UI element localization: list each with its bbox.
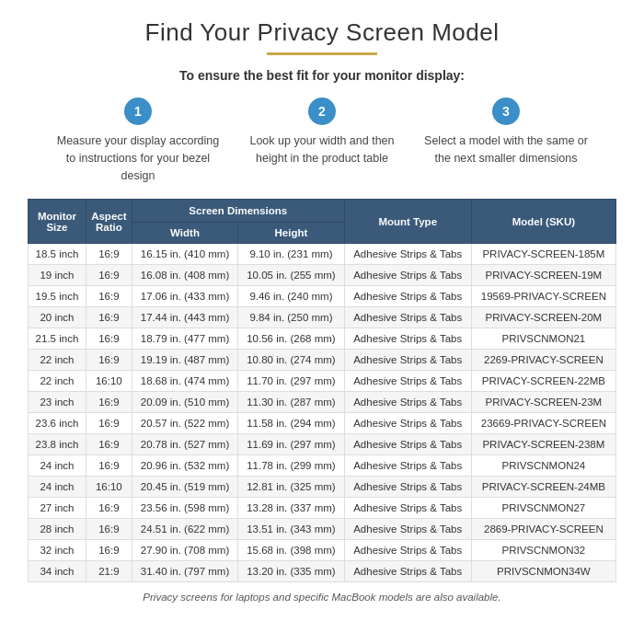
cell-mount: Adhesive Strips & Tabs — [344, 265, 471, 286]
cell-mount: Adhesive Strips & Tabs — [344, 455, 471, 477]
col-height: Height — [238, 223, 344, 244]
footer-note: Privacy screens for laptops and specific… — [28, 592, 616, 603]
table-row: 20 inch 16:9 17.44 in. (443 mm) 9.84 in.… — [29, 307, 616, 328]
cell-aspect: 16:9 — [86, 498, 132, 519]
cell-sku: PRIVACY-SCREEN-24MB — [471, 477, 615, 498]
cell-width: 27.90 in. (708 mm) — [132, 540, 237, 561]
cell-size: 27 inch — [29, 498, 86, 519]
table-row: 24 inch 16:10 20.45 in. (519 mm) 12.81 i… — [29, 477, 616, 498]
cell-height: 10.80 in. (274 mm) — [238, 350, 344, 371]
table-row: 18.5 inch 16:9 16.15 in. (410 mm) 9.10 i… — [29, 244, 616, 265]
cell-size: 19 inch — [29, 265, 86, 286]
cell-sku: PRIVACY-SCREEN-238M — [471, 434, 615, 455]
table-row: 22 inch 16:9 19.19 in. (487 mm) 10.80 in… — [29, 350, 616, 371]
col-width: Width — [132, 223, 237, 244]
cell-width: 16.08 in. (408 mm) — [132, 265, 237, 286]
cell-height: 15.68 in. (398 mm) — [238, 540, 344, 561]
cell-aspect: 16:9 — [86, 434, 132, 455]
cell-size: 19.5 inch — [29, 286, 86, 307]
cell-width: 20.09 in. (510 mm) — [132, 392, 237, 413]
step-3-text: Select a model with the same or the next… — [423, 132, 589, 167]
cell-height: 12.81 in. (325 mm) — [238, 477, 344, 498]
cell-height: 9.10 in. (231 mm) — [238, 244, 344, 265]
cell-aspect: 16:9 — [86, 328, 132, 350]
table-row: 23.6 inch 16:9 20.57 in. (522 mm) 11.58 … — [29, 413, 616, 434]
title-underline — [267, 52, 377, 55]
cell-sku: 19569-PRIVACY-SCREEN — [471, 286, 615, 307]
col-mount-type: Mount Type — [344, 200, 471, 244]
cell-mount: Adhesive Strips & Tabs — [344, 477, 471, 498]
table-row: 34 inch 21:9 31.40 in. (797 mm) 13.20 in… — [29, 561, 616, 582]
table-row: 27 inch 16:9 23.56 in. (598 mm) 13.28 in… — [29, 498, 616, 519]
cell-aspect: 16:9 — [86, 244, 132, 265]
table-row: 23.8 inch 16:9 20.78 in. (527 mm) 11.69 … — [29, 434, 616, 455]
cell-height: 11.69 in. (297 mm) — [238, 434, 344, 455]
cell-sku: PRIVSCNMON21 — [471, 328, 615, 350]
cell-size: 23.6 inch — [29, 413, 86, 434]
cell-sku: 23669-PRIVACY-SCREEN — [471, 413, 615, 434]
table-row: 28 inch 16:9 24.51 in. (622 mm) 13.51 in… — [29, 519, 616, 540]
table-row: 23 inch 16:9 20.09 in. (510 mm) 11.30 in… — [29, 392, 616, 413]
cell-height: 13.28 in. (337 mm) — [238, 498, 344, 519]
cell-aspect: 16:9 — [86, 307, 132, 328]
cell-mount: Adhesive Strips & Tabs — [344, 328, 471, 350]
cell-sku: PRIVACY-SCREEN-22MB — [471, 371, 615, 392]
step-3-number: 3 — [492, 98, 520, 125]
table-row: 21.5 inch 16:9 18.79 in. (477 mm) 10.56 … — [29, 328, 616, 350]
cell-aspect: 16:9 — [86, 413, 132, 434]
cell-size: 22 inch — [29, 350, 86, 371]
table-row: 19 inch 16:9 16.08 in. (408 mm) 10.05 in… — [29, 265, 616, 286]
cell-width: 20.45 in. (519 mm) — [132, 477, 237, 498]
product-table: MonitorSize AspectRatio Screen Dimension… — [28, 199, 616, 582]
col-aspect-ratio: AspectRatio — [86, 200, 132, 244]
cell-aspect: 16:10 — [86, 477, 132, 498]
cell-aspect: 16:9 — [86, 455, 132, 477]
cell-mount: Adhesive Strips & Tabs — [344, 286, 471, 307]
step-1: 1 Measure your display according to inst… — [46, 98, 230, 184]
cell-width: 23.56 in. (598 mm) — [132, 498, 237, 519]
step-2-number: 2 — [308, 98, 336, 125]
cell-width: 17.06 in. (433 mm) — [132, 286, 237, 307]
cell-mount: Adhesive Strips & Tabs — [344, 413, 471, 434]
step-2: 2 Look up your width and then height in … — [230, 98, 414, 184]
cell-size: 28 inch — [29, 519, 86, 540]
cell-height: 11.70 in. (297 mm) — [238, 371, 344, 392]
cell-aspect: 16:10 — [86, 371, 132, 392]
cell-height: 13.20 in. (335 mm) — [238, 561, 344, 582]
cell-size: 22 inch — [29, 371, 86, 392]
cell-size: 32 inch — [29, 540, 86, 561]
step-3: 3 Select a model with the same or the ne… — [414, 98, 598, 184]
cell-width: 18.68 in. (474 mm) — [132, 371, 237, 392]
cell-height: 10.56 in. (268 mm) — [238, 328, 344, 350]
cell-mount: Adhesive Strips & Tabs — [344, 540, 471, 561]
cell-width: 18.79 in. (477 mm) — [132, 328, 237, 350]
step-2-text: Look up your width and then height in th… — [239, 132, 405, 167]
cell-mount: Adhesive Strips & Tabs — [344, 392, 471, 413]
cell-height: 9.84 in. (250 mm) — [238, 307, 344, 328]
page-title: Find Your Privacy Screen Model — [28, 18, 616, 47]
cell-size: 18.5 inch — [29, 244, 86, 265]
cell-size: 24 inch — [29, 455, 86, 477]
cell-sku: 2869-PRIVACY-SCREEN — [471, 519, 615, 540]
cell-sku: PRIVACY-SCREEN-19M — [471, 265, 615, 286]
table-row: 19.5 inch 16:9 17.06 in. (433 mm) 9.46 i… — [29, 286, 616, 307]
cell-aspect: 16:9 — [86, 540, 132, 561]
cell-width: 16.15 in. (410 mm) — [132, 244, 237, 265]
cell-size: 23 inch — [29, 392, 86, 413]
cell-width: 20.78 in. (527 mm) — [132, 434, 237, 455]
cell-aspect: 16:9 — [86, 350, 132, 371]
cell-aspect: 16:9 — [86, 519, 132, 540]
step-1-number: 1 — [124, 98, 152, 125]
col-screen-dimensions: Screen Dimensions — [132, 200, 344, 223]
cell-sku: PRIVACY-SCREEN-20M — [471, 307, 615, 328]
cell-mount: Adhesive Strips & Tabs — [344, 434, 471, 455]
cell-height: 11.30 in. (287 mm) — [238, 392, 344, 413]
cell-size: 24 inch — [29, 477, 86, 498]
cell-aspect: 21:9 — [86, 561, 132, 582]
cell-sku: PRIVSCNMON24 — [471, 455, 615, 477]
cell-width: 31.40 in. (797 mm) — [132, 561, 237, 582]
cell-mount: Adhesive Strips & Tabs — [344, 244, 471, 265]
cell-size: 20 inch — [29, 307, 86, 328]
cell-size: 23.8 inch — [29, 434, 86, 455]
cell-width: 19.19 in. (487 mm) — [132, 350, 237, 371]
